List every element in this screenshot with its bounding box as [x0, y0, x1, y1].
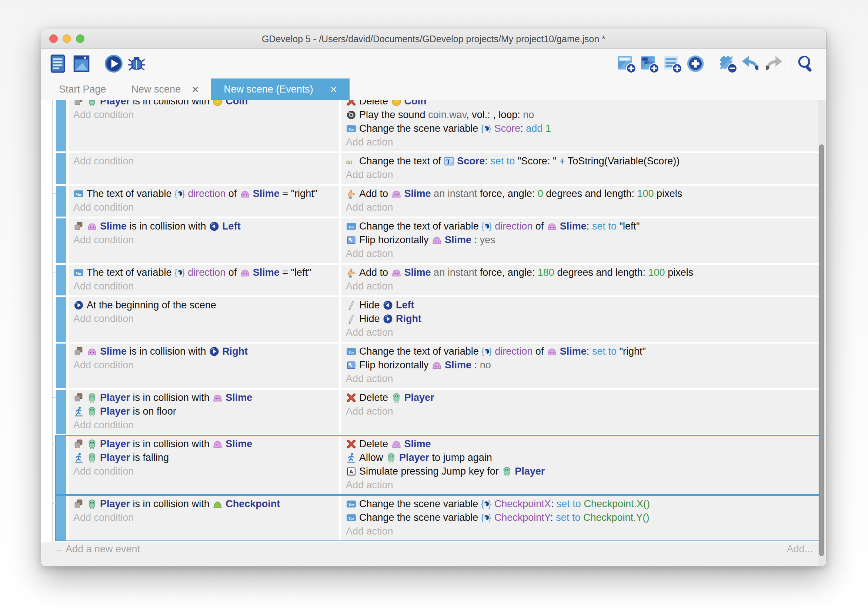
action-instruction[interactable]: Add to Slime an instant force, angle: 18…: [346, 266, 816, 280]
event-row[interactable]: Add conditiontxtChange the text of TxSco…: [56, 153, 821, 184]
event-selection-strip[interactable]: [56, 297, 66, 342]
add-new-event-button[interactable]: Add a new event: [66, 544, 140, 555]
condition-instruction[interactable]: Slime is in collision with Right: [73, 345, 335, 358]
action-instruction[interactable]: VarChange the text of variable {}directi…: [346, 345, 816, 358]
event-row[interactable]: At the beginning of the sceneAdd conditi…: [56, 297, 821, 342]
event-selection-strip[interactable]: [56, 390, 66, 434]
action-instruction[interactable]: Hide Left: [346, 299, 816, 312]
condition-instruction[interactable]: Player is in collision with Coin: [73, 100, 335, 108]
action-instruction[interactable]: Delete Player: [346, 391, 816, 405]
add-condition-button[interactable]: Add condition: [73, 418, 335, 432]
action-instruction[interactable]: txtChange the text of TxScore: set to "S…: [346, 154, 816, 168]
add-condition-button[interactable]: Add condition: [73, 280, 335, 293]
add-comment-icon[interactable]: [662, 54, 682, 74]
event-selection-strip[interactable]: [56, 218, 66, 263]
variable-icon: Var: [73, 189, 84, 199]
add-condition-button[interactable]: Add condition: [73, 465, 335, 478]
action-instruction[interactable]: VarChange the text of variable {}directi…: [346, 220, 816, 233]
tab-new-scene-events[interactable]: New scene (Events) ×: [211, 79, 349, 100]
condition-instruction[interactable]: At the beginning of the scene: [73, 299, 335, 312]
scene-editor-icon[interactable]: [71, 54, 91, 74]
action-instruction[interactable]: VarChange the scene variable {}Checkpoin…: [346, 511, 816, 525]
text-segment: "right": [616, 346, 646, 357]
event-selection-strip[interactable]: [56, 436, 66, 494]
action-instruction[interactable]: Delete Slime: [346, 437, 816, 451]
add-condition-button[interactable]: Add condition: [73, 358, 335, 372]
add-action-button[interactable]: Add action: [346, 372, 816, 386]
close-tab-icon[interactable]: ×: [192, 84, 198, 95]
text-segment: Change the text of: [359, 156, 443, 167]
add-button[interactable]: Add...: [786, 544, 813, 555]
toolbar: [41, 49, 826, 79]
add-new-icon[interactable]: [686, 54, 705, 74]
events-list: Player is in collision with CoinAdd cond…: [41, 100, 821, 542]
event-row[interactable]: Player is in collision with SlimePlayer …: [56, 436, 821, 494]
event-selection-strip[interactable]: [56, 100, 66, 151]
add-action-button[interactable]: Add action: [346, 247, 816, 261]
add-action-button[interactable]: Add action: [346, 525, 816, 538]
action-instruction[interactable]: Flip horizontally Slime : no: [346, 358, 816, 372]
sound-icon: [346, 110, 357, 120]
add-condition-button[interactable]: Add condition: [73, 154, 335, 168]
tab-start-page[interactable]: Start Page: [46, 79, 119, 100]
event-selection-strip[interactable]: [56, 344, 66, 388]
condition-instruction[interactable]: Slime is in collision with Left: [73, 220, 335, 233]
event-row[interactable]: Player is in collision with CheckpointAd…: [56, 496, 821, 541]
action-instruction[interactable]: Add to Slime an instant force, angle: 0 …: [346, 187, 816, 201]
condition-instruction[interactable]: VarThe text of variable {}direction of S…: [73, 266, 335, 280]
condition-instruction[interactable]: Player is in collision with Slime: [73, 437, 335, 451]
scrollbar-thumb[interactable]: [819, 145, 824, 556]
add-condition-button[interactable]: Add condition: [73, 511, 335, 525]
add-condition-button[interactable]: Add condition: [73, 108, 335, 122]
event-row[interactable]: Slime is in collision with LeftAdd condi…: [56, 218, 821, 263]
event-selection-strip[interactable]: [56, 186, 66, 217]
toolbar-divider: [99, 55, 99, 72]
condition-instruction[interactable]: VarThe text of variable {}direction of S…: [73, 187, 335, 201]
debug-icon[interactable]: [127, 54, 147, 74]
condition-instruction[interactable]: Player is in collision with Slime: [73, 391, 335, 405]
condition-instruction[interactable]: Player is in collision with Checkpoint: [73, 497, 335, 511]
action-instruction[interactable]: VarChange the scene variable {}Checkpoin…: [346, 497, 816, 511]
close-tab-icon[interactable]: ×: [330, 84, 337, 95]
text-segment: "Score: " + ToString(Variable(Score)): [515, 156, 679, 167]
add-action-button[interactable]: Add action: [346, 135, 816, 149]
add-action-button[interactable]: Add action: [346, 326, 816, 339]
add-subevent-icon[interactable]: [640, 54, 659, 74]
action-instruction[interactable]: Flip horizontally Slime : yes: [346, 233, 816, 247]
event-row[interactable]: VarThe text of variable {}direction of S…: [56, 265, 821, 295]
redo-icon[interactable]: [764, 54, 783, 74]
event-row[interactable]: Player is in collision with SlimePlayer …: [56, 390, 821, 434]
action-instruction[interactable]: VarChange the scene variable {}Score: ad…: [346, 122, 816, 135]
condition-instruction[interactable]: Player is on floor: [73, 405, 335, 418]
add-event-icon[interactable]: [616, 54, 637, 74]
delete-icon: [346, 100, 357, 107]
add-condition-button[interactable]: Add condition: [73, 233, 335, 247]
event-selection-strip[interactable]: [56, 496, 66, 541]
undo-icon[interactable]: [741, 54, 761, 74]
action-instruction[interactable]: Allow Player to jump again: [346, 451, 816, 465]
condition-instruction[interactable]: Player is falling: [73, 451, 335, 465]
play-icon[interactable]: [104, 54, 124, 74]
event-row[interactable]: Player is in collision with CoinAdd cond…: [56, 100, 821, 151]
add-condition-button[interactable]: Add condition: [73, 201, 335, 214]
add-action-button[interactable]: Add action: [346, 478, 816, 492]
txt-icon: txt: [346, 156, 357, 167]
action-instruction[interactable]: Delete Coin: [346, 100, 816, 108]
add-action-button[interactable]: Add action: [346, 201, 816, 214]
add-condition-button[interactable]: Add condition: [73, 312, 335, 326]
project-manager-icon[interactable]: [49, 54, 69, 74]
add-action-button[interactable]: Add action: [346, 168, 816, 182]
search-icon[interactable]: [796, 54, 816, 74]
tab-new-scene[interactable]: New scene ×: [119, 79, 211, 100]
action-instruction[interactable]: Play the sound coin.wav, vol.: , loop: n…: [346, 108, 816, 122]
action-instruction[interactable]: Hide Right: [346, 312, 816, 326]
event-row[interactable]: VarThe text of variable {}direction of S…: [56, 186, 821, 217]
add-action-button[interactable]: Add action: [346, 405, 816, 418]
event-selection-strip[interactable]: [56, 153, 66, 184]
action-instruction[interactable]: ASimulate pressing Jump key for Player: [346, 465, 816, 478]
event-row[interactable]: Slime is in collision with RightAdd cond…: [56, 344, 821, 388]
add-action-button[interactable]: Add action: [346, 280, 816, 293]
delete-event-icon[interactable]: [718, 54, 737, 74]
text-segment: no: [523, 109, 534, 120]
event-selection-strip[interactable]: [56, 265, 66, 295]
